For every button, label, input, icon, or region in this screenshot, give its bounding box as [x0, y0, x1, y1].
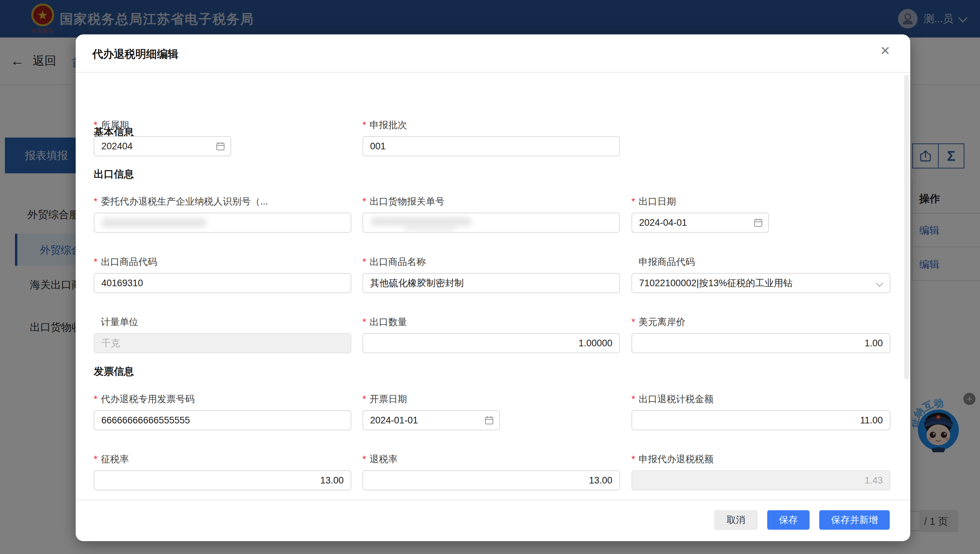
- field-batch-label: 申报批次: [370, 120, 407, 130]
- field-customs-declaration-no: *出口货物报关单号: [363, 195, 620, 233]
- export-commodity-code-input[interactable]: [94, 273, 351, 293]
- required-mark: *: [363, 454, 366, 465]
- field-tax-basis-amount: *出口退税计税金额: [632, 392, 891, 430]
- required-mark: *: [632, 317, 635, 327]
- scrollbar[interactable]: [904, 75, 909, 380]
- refund-rate-input[interactable]: [363, 470, 620, 490]
- field-declared-refund-amount-label: 申报代办退税税额: [639, 454, 714, 465]
- close-icon[interactable]: ×: [875, 41, 895, 60]
- dialog-footer: 取消 保存 保存并新增: [714, 510, 890, 530]
- field-entrust-taxpayer-id: *委托代办退税生产企业纳税人识别号（...: [94, 195, 351, 233]
- levy-rate-input[interactable]: [94, 470, 351, 490]
- field-invoice-no-label: 代办退税专用发票号码: [101, 394, 195, 404]
- field-export-date-label: 出口日期: [639, 196, 676, 207]
- dialog-title: 代办退税明细编辑: [92, 47, 178, 61]
- field-export-commodity-code: *出口商品代码: [94, 255, 351, 293]
- field-period-label: 所属期: [101, 120, 129, 130]
- field-usd-fob: *美元离岸价: [632, 315, 891, 353]
- field-customs-declaration-no-label: 出口货物报关单号: [370, 196, 445, 207]
- field-declared-refund-amount: *申报代办退税税额: [632, 452, 891, 490]
- unit-input: [94, 333, 351, 353]
- required-mark: *: [363, 257, 366, 267]
- field-levy-rate: *征税率: [94, 452, 351, 490]
- invoice-date-input[interactable]: [363, 410, 500, 430]
- export-date-input[interactable]: [632, 212, 769, 233]
- period-input[interactable]: [94, 136, 231, 156]
- required-mark: *: [94, 454, 97, 465]
- divider: [76, 72, 910, 73]
- required-mark: *: [632, 394, 635, 404]
- save-and-new-button[interactable]: 保存并新增: [819, 510, 890, 530]
- required-mark: *: [632, 454, 635, 465]
- field-refund-rate: *退税率: [363, 452, 620, 490]
- field-invoice-date: *开票日期: [363, 392, 500, 430]
- field-declared-commodity-code-label: 申报商品代码: [639, 257, 695, 267]
- export-commodity-name-input[interactable]: [363, 273, 620, 293]
- usd-fob-input[interactable]: [632, 333, 891, 353]
- export-quantity-input[interactable]: [363, 333, 620, 353]
- section-export-info: 出口信息: [94, 168, 134, 181]
- invoice-no-input[interactable]: [94, 410, 351, 430]
- field-export-commodity-name: *出口商品名称: [363, 255, 620, 293]
- field-declared-commodity-code: *申报商品代码: [632, 255, 891, 293]
- screen: 中国税务 国家税务总局江苏省电子税务局 测...员 ← 返回 首 报表填报 外贸…: [0, 0, 980, 554]
- required-mark: *: [632, 196, 635, 207]
- field-export-quantity: *出口数量: [363, 315, 620, 353]
- divider: [76, 500, 910, 500]
- redacted-text: [102, 218, 206, 227]
- field-export-quantity-label: 出口数量: [370, 317, 407, 327]
- required-mark: *: [94, 196, 97, 207]
- save-button[interactable]: 保存: [767, 510, 810, 530]
- section-invoice-info: 发票信息: [94, 365, 134, 378]
- field-period: *所属期: [94, 118, 231, 156]
- field-usd-fob-label: 美元离岸价: [639, 317, 686, 327]
- field-batch: *申报批次: [363, 118, 620, 156]
- required-mark: *: [94, 394, 97, 404]
- declared-refund-amount-input: [632, 470, 891, 490]
- required-mark: *: [94, 257, 97, 267]
- batch-input[interactable]: [363, 136, 620, 156]
- required-mark: *: [363, 317, 366, 327]
- field-invoice-date-label: 开票日期: [370, 394, 407, 404]
- field-export-date: *出口日期: [632, 195, 769, 233]
- field-tax-basis-amount-label: 出口退税计税金额: [639, 394, 714, 404]
- cancel-button[interactable]: 取消: [714, 510, 757, 530]
- required-mark: *: [94, 120, 97, 130]
- field-levy-rate-label: 征税率: [101, 454, 129, 465]
- tax-basis-amount-input[interactable]: [632, 410, 891, 430]
- field-refund-rate-label: 退税率: [370, 454, 398, 465]
- field-export-commodity-code-label: 出口商品代码: [101, 257, 157, 267]
- field-unit: *计量单位: [94, 315, 351, 353]
- required-mark: *: [363, 394, 366, 404]
- redacted-text: [404, 226, 456, 230]
- declared-commodity-code-select[interactable]: [632, 273, 891, 293]
- redacted-text: [371, 217, 471, 226]
- field-export-commodity-name-label: 出口商品名称: [370, 257, 426, 267]
- field-entrust-taxpayer-id-label: 委托代办退税生产企业纳税人识别号（...: [101, 196, 268, 207]
- required-mark: *: [363, 196, 366, 207]
- required-mark: *: [363, 120, 366, 130]
- agent-refund-detail-edit-dialog: 代办退税明细编辑 × 基本信息 *所属期 *申报批次: [76, 34, 910, 541]
- field-invoice-no: *代办退税专用发票号码: [94, 392, 351, 430]
- field-unit-label: 计量单位: [101, 317, 138, 327]
